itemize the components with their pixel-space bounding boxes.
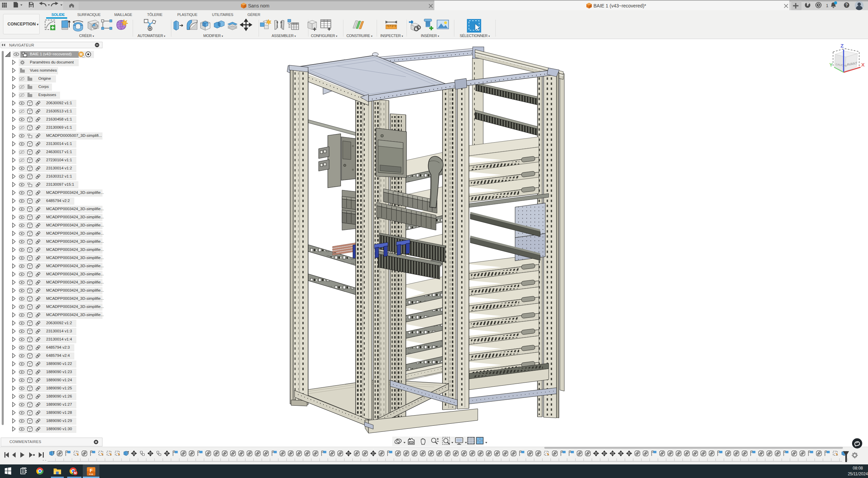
svg-text:Y: Y	[829, 62, 833, 68]
svg-text:Z: Z	[841, 43, 844, 49]
svg-text:X: X	[861, 62, 865, 68]
